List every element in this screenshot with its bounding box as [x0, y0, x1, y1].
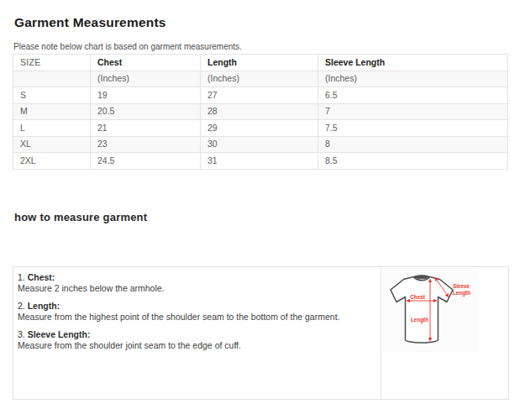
garment-diagram-cell: Chest Length Sleeve Length [381, 267, 508, 399]
size-guide-page: Garment Measurements Please note below c… [0, 0, 525, 420]
table-cell: 19 [91, 87, 201, 104]
page-title: Garment Measurements [14, 15, 512, 30]
table-cell: 7.5 [318, 120, 508, 137]
table-cell: S [13, 87, 91, 104]
table-row: S 19 27 6.5 [13, 87, 508, 104]
size-chart-table: SIZE Chest Length Sleeve Length (Inches)… [13, 54, 508, 170]
measure-step-length: 2. Length: Measure from the highest poin… [18, 301, 372, 323]
header-cell-chest: Chest [91, 55, 201, 71]
how-to-heading: how to measure garment [14, 211, 512, 223]
table-cell: 6.5 [318, 87, 508, 104]
table-cell: 21 [91, 120, 201, 137]
table-cell: 28 [201, 103, 318, 120]
step-description: Measure 2 inches below the armhole. [18, 283, 372, 294]
measure-step-chest: 1. Chest: Measure 2 inches below the arm… [18, 272, 372, 294]
table-cell: 20.5 [91, 103, 201, 120]
step-description: Measure from the highest point of the sh… [18, 312, 372, 323]
table-cell: 29 [201, 120, 318, 137]
table-cell: 7 [318, 103, 508, 120]
table-cell: (Inches) [91, 71, 201, 87]
header-cell-size: SIZE [13, 55, 91, 71]
table-cell: 8.5 [318, 153, 508, 170]
table-cell: 23 [91, 136, 201, 153]
tshirt-collar [414, 275, 430, 278]
measure-step-sleeve-length: 3. Sleeve Length: Measure from the shoul… [18, 329, 372, 351]
length-arrow-label: Length [411, 316, 428, 323]
table-row: 2XL 24.5 31 8.5 [13, 153, 508, 170]
step-description: Measure from the shoulder joint seam to … [18, 340, 372, 351]
table-cell: XL [13, 136, 91, 153]
step-label: 2. Length: [18, 301, 372, 312]
table-units-row: (Inches) (Inches) (Inches) [13, 71, 508, 87]
measure-guide-panel: 1. Chest: Measure 2 inches below the arm… [13, 266, 509, 400]
table-header-row: SIZE Chest Length Sleeve Length [13, 55, 508, 71]
table-cell: 2XL [13, 153, 91, 170]
table-cell: 31 [201, 153, 318, 170]
table-cell: L [13, 120, 91, 137]
sleeve-arrow-label-line1: Sleeve [453, 283, 470, 289]
table-cell: 8 [318, 136, 508, 153]
table-row: M 20.5 28 7 [13, 103, 508, 120]
chest-arrow-label: Chest [410, 293, 425, 299]
header-cell-length: Length [201, 55, 318, 71]
table-cell: 24.5 [91, 153, 201, 170]
step-number: 1. [18, 272, 25, 282]
table-cell: (Inches) [318, 71, 508, 87]
table-row: L 21 29 7.5 [13, 120, 508, 137]
step-title: Length: [28, 301, 60, 311]
step-label: 1. Chest: [18, 272, 372, 283]
table-cell: M [13, 103, 91, 120]
step-number: 2. [18, 301, 25, 311]
measure-steps: 1. Chest: Measure 2 inches below the arm… [13, 267, 381, 399]
step-number: 3. [18, 329, 25, 339]
table-row: XL 23 30 8 [13, 136, 508, 153]
tshirt-measure-diagram: Chest Length Sleeve Length [382, 268, 479, 352]
step-label: 3. Sleeve Length: [18, 329, 372, 340]
table-cell [13, 71, 91, 87]
table-cell: 30 [201, 136, 318, 153]
table-cell: 27 [201, 87, 318, 104]
table-cell: (Inches) [201, 71, 318, 87]
step-title: Sleeve Length: [28, 329, 91, 339]
step-title: Chest: [28, 272, 55, 282]
measurement-note: Please note below chart is based on garm… [13, 42, 512, 52]
sleeve-arrow-label-line2: Length [453, 289, 470, 296]
header-cell-sleeve-length: Sleeve Length [318, 55, 508, 71]
